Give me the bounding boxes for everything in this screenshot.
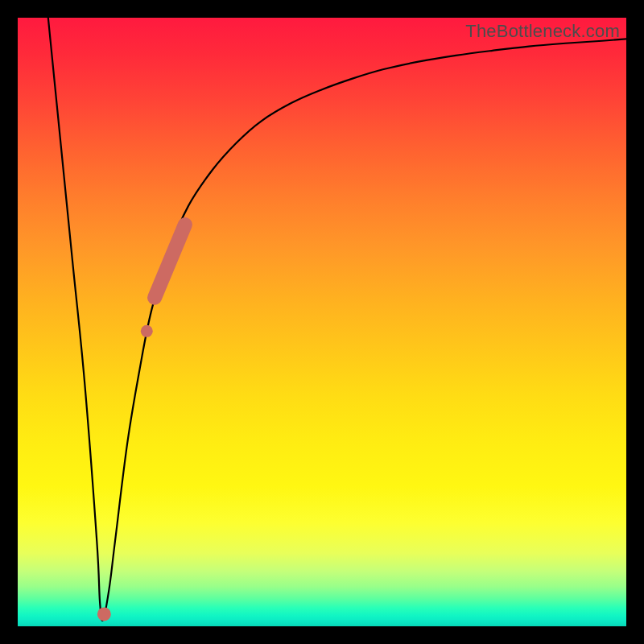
highlight-dot-lower — [97, 607, 111, 621]
highlight-dot-upper — [141, 325, 153, 337]
plot-area: TheBottleneck.com — [18, 18, 626, 626]
bottleneck-curve — [48, 18, 626, 621]
chart-frame: TheBottleneck.com — [0, 0, 644, 644]
highlight-segment — [155, 225, 185, 298]
curve-layer — [18, 18, 626, 626]
